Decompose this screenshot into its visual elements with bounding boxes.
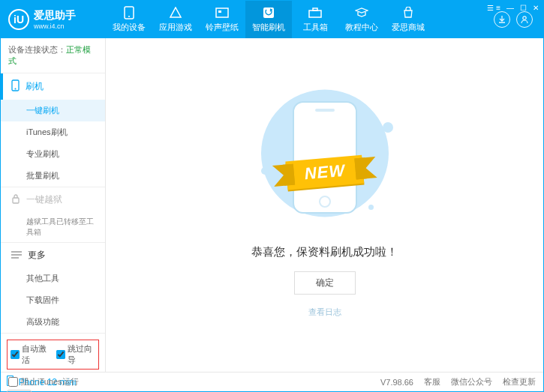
download-icon[interactable] [494,11,510,28]
svg-rect-2 [216,8,228,17]
store-icon [401,6,415,19]
success-message: 恭喜您，保资料刷机成功啦！ [251,245,398,259]
section-more: 更多 其他工具 下载固件 高级功能 [1,242,105,333]
success-illustration: NEW [254,92,396,227]
footer: 阻止iTunes运行 V7.98.66 客服 微信公众号 检查更新 [1,372,543,391]
connection-status: 设备连接状态：正常模式 [1,38,105,73]
section-flash: 刷机 一键刷机 iTunes刷机 专业刷机 批量刷机 [1,73,105,187]
sidebar-item-other-tools[interactable]: 其他工具 [1,268,105,289]
section-flash-head[interactable]: 刷机 [1,73,105,100]
phone-icon [11,79,20,94]
chk-block-itunes[interactable]: 阻止iTunes运行 [8,376,79,388]
nav-smart-flash[interactable]: 智能刷机 [245,1,292,38]
svg-point-7 [523,16,526,19]
app-name: 爱思助手 [34,9,76,22]
nav-toolbox[interactable]: 工具箱 [292,1,338,38]
logo-icon: iU [8,9,29,30]
sidebar-item-download-firmware[interactable]: 下载固件 [1,289,105,311]
wechat-link[interactable]: 微信公众号 [451,376,492,388]
svg-rect-5 [309,10,321,17]
nav-apps-games[interactable]: 应用游戏 [152,1,199,38]
app-url: www.i4.cn [34,22,76,30]
more-icon [11,250,22,261]
nav-my-device[interactable]: 我的设备 [106,1,152,38]
sidebar-item-pro-flash[interactable]: 专业刷机 [1,143,105,165]
close-icon[interactable]: ✕ [533,4,539,12]
view-log-link[interactable]: 查看日志 [308,307,341,318]
section-jailbreak-head[interactable]: 一键越狱 [1,187,105,212]
phone-icon [122,6,136,19]
svg-rect-4 [263,7,274,18]
section-more-head[interactable]: 更多 [1,243,105,268]
user-icon[interactable] [516,11,533,28]
tutorial-icon [355,6,368,19]
version-label: V7.98.66 [380,378,413,387]
svg-rect-10 [13,198,19,203]
sidebar-item-batch-flash[interactable]: 批量刷机 [1,165,105,187]
top-nav: 我的设备 应用游戏 铃声壁纸 智能刷机 工具箱 教程中心 [106,1,494,38]
apps-icon [169,6,182,19]
nav-tutorials[interactable]: 教程中心 [338,1,385,38]
section-jailbreak: 一键越狱 越狱工具已转移至工具箱 [1,187,105,242]
check-update-link[interactable]: 检查更新 [503,376,536,388]
sidebar: 设备连接状态：正常模式 刷机 一键刷机 iTunes刷机 专业刷机 批量刷机 一… [1,38,106,372]
main-content: NEW 恭喜您，保资料刷机成功啦！ 确定 查看日志 [106,38,543,372]
body: 设备连接状态：正常模式 刷机 一键刷机 iTunes刷机 专业刷机 批量刷机 一… [1,38,543,372]
toolbox-icon [308,6,322,19]
chk-auto-activate[interactable]: 自动激活 [11,343,50,366]
minimize-icon[interactable]: — [506,4,514,12]
svg-rect-3 [218,10,221,13]
nav-ringtones-wallpaper[interactable]: 铃声壁纸 [199,1,245,38]
flash-icon [262,6,275,19]
user-icons [494,11,543,28]
titlebar: iU 爱思助手 www.i4.cn 我的设备 应用游戏 铃声壁纸 智能刷机 [1,1,543,38]
logo: iU 爱思助手 www.i4.cn [1,9,106,30]
app-window: ☰ ≡ — ☐ ✕ iU 爱思助手 www.i4.cn 我的设备 应用游戏 铃声… [0,0,544,392]
window-controls: ☰ ≡ — ☐ ✕ [487,4,539,12]
wallpaper-icon [215,6,229,19]
svg-point-9 [15,88,17,90]
svg-point-1 [128,16,130,17]
jailbreak-note: 越狱工具已转移至工具箱 [1,212,105,242]
nav-store[interactable]: 爱思商城 [385,1,431,38]
sidebar-item-advanced[interactable]: 高级功能 [1,311,105,333]
checkbox-row: 自动激活 跳过向导 [7,340,99,370]
support-link[interactable]: 客服 [424,376,440,388]
ok-button[interactable]: 确定 [294,271,356,295]
svg-rect-6 [313,8,317,10]
chk-skip-guide[interactable]: 跳过向导 [56,343,96,366]
sidebar-item-oneclick-flash[interactable]: 一键刷机 [1,100,105,121]
sidebar-item-itunes-flash[interactable]: iTunes刷机 [1,121,105,143]
menu-icon[interactable]: ☰ ≡ [487,4,500,12]
lock-icon [11,193,20,206]
